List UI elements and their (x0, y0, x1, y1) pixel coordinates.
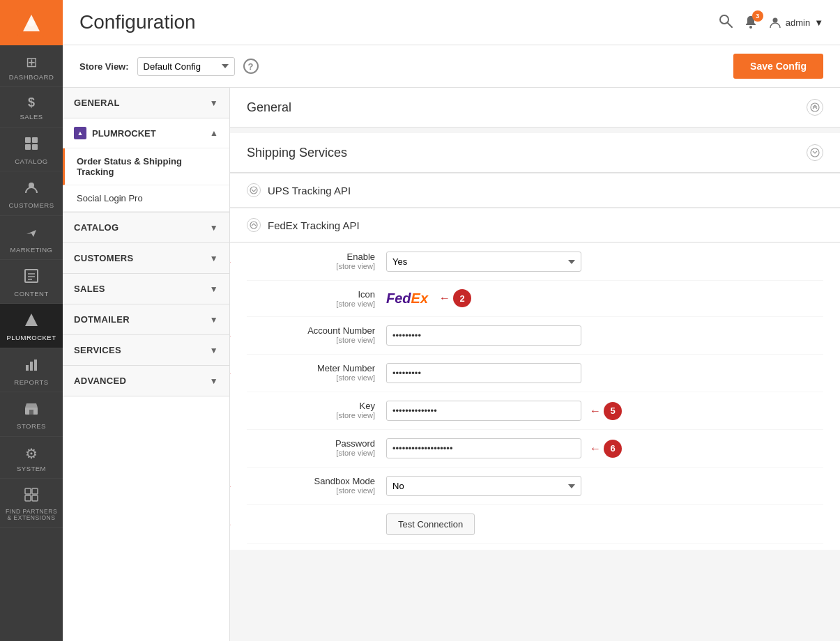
reports-icon (24, 357, 39, 376)
find-partners-icon (24, 487, 39, 506)
nav-section-catalog: CATALOG ▼ (63, 213, 229, 243)
fedex-collapse-toggle[interactable] (247, 218, 261, 232)
nav-section-advanced-label: ADVANCED (74, 376, 126, 386)
sandbox-mode-row: 7 → Sandbox Mode [store view] No Yes (247, 468, 823, 505)
svg-rect-20 (32, 495, 38, 501)
svg-point-27 (250, 187, 257, 194)
enable-select[interactable]: Yes No (386, 252, 581, 272)
key-sub-label: [store view] (247, 411, 375, 419)
sidebar-item-customers[interactable]: CUSTOMERS (0, 171, 63, 215)
chevron-down-icon: ▼ (210, 254, 218, 263)
ups-tracking-header[interactable]: UPS Tracking API (230, 173, 840, 208)
system-icon: ⚙ (25, 445, 38, 462)
nav-section-customers-label: CUSTOMERS (74, 253, 134, 263)
sidebar-item-label: CUSTOMERS (8, 201, 54, 209)
svg-rect-5 (32, 144, 38, 150)
sidebar-item-label: CONTENT (14, 290, 48, 298)
enable-row: 1 → Enable [store view] Yes No (247, 243, 823, 281)
fedex-tracking-header[interactable]: FedEx Tracking API (230, 208, 840, 242)
enable-label-col: Enable [store view] (247, 252, 386, 270)
nav-section-sales-header[interactable]: SALES ▼ (63, 274, 229, 304)
password-label: Password (335, 438, 375, 449)
sidebar-item-stores[interactable]: STORES (0, 392, 63, 436)
meter-number-input[interactable] (386, 363, 581, 383)
icon-label: Icon (358, 289, 375, 300)
sidebar-item-system[interactable]: ⚙ SYSTEM (0, 437, 63, 479)
step-6-badge: 6 (604, 440, 622, 458)
store-view-select[interactable]: Default Config (137, 57, 235, 76)
general-collapse-button[interactable] (807, 99, 823, 116)
nav-section-general-header[interactable]: GENERAL ▼ (63, 88, 229, 118)
config-panel: General Shipping Services (230, 88, 840, 641)
account-number-input[interactable] (386, 325, 581, 346)
sidebar-item-label: REPORTS (14, 378, 48, 386)
ups-collapse-toggle[interactable] (247, 183, 261, 197)
step-7-arrow: → (230, 480, 233, 493)
chevron-down-icon: ▼ (210, 346, 218, 355)
svg-point-25 (811, 103, 819, 111)
svg-rect-17 (25, 488, 31, 494)
account-number-label: Account Number (307, 325, 375, 336)
fedex-fe-text: Fed (386, 291, 411, 307)
fedex-tracking-section: FedEx Tracking API 1 → Enable (230, 208, 840, 550)
nav-section-services-label: SERVICES (74, 345, 121, 355)
nav-section-advanced: ADVANCED ▼ (63, 366, 229, 396)
notifications-bell[interactable]: 3 (744, 15, 758, 31)
store-view-left: Store View: Default Config ? (79, 57, 259, 76)
sidebar-item-reports[interactable]: REPORTS (0, 348, 63, 392)
content-area: GENERAL ▼ ▲ PLUMROCKET ▲ Order Status (63, 88, 840, 641)
save-config-button[interactable]: Save Config (733, 54, 823, 79)
step-8-arrow: → (230, 518, 233, 531)
sidebar-logo[interactable] (0, 0, 63, 45)
svg-rect-12 (26, 365, 29, 371)
svg-rect-19 (25, 495, 31, 501)
chevron-down-icon: ▼ (210, 376, 218, 386)
general-section-header: General (230, 88, 840, 128)
chevron-down-icon: ▼ (210, 315, 218, 325)
test-connection-row: 8 → Test Connection (247, 505, 823, 544)
header-actions: 3 admin ▼ (719, 14, 823, 31)
nav-section-catalog-header[interactable]: CATALOG ▼ (63, 213, 229, 242)
step-3-arrow: → (230, 330, 233, 342)
nav-section-advanced-header[interactable]: ADVANCED ▼ (63, 366, 229, 396)
search-icon[interactable] (719, 14, 733, 31)
plumrocket-nav-icon: ▲ (74, 127, 86, 139)
ups-tracking-title: UPS Tracking API (268, 185, 351, 196)
header: Configuration 3 admin ▼ (63, 0, 840, 45)
nav-section-customers-header[interactable]: CUSTOMERS ▼ (63, 243, 229, 273)
key-label: Key (360, 401, 375, 411)
sales-icon: $ (28, 95, 35, 110)
sidebar-item-find-partners[interactable]: FIND PARTNERS & EXTENSIONS (0, 479, 63, 528)
sidebar-item-marketing[interactable]: MARKETING (0, 216, 63, 260)
nav-section-plumrocket-header[interactable]: ▲ PLUMROCKET ▲ (63, 118, 229, 148)
sandbox-mode-select[interactable]: No Yes (386, 476, 581, 496)
key-input[interactable] (386, 401, 581, 421)
nav-section-services-header[interactable]: SERVICES ▼ (63, 335, 229, 365)
password-input[interactable] (386, 438, 581, 458)
sidebar-item-label: FIND PARTNERS & EXTENSIONS (3, 509, 60, 522)
svg-rect-3 (32, 137, 38, 143)
catalog-icon (24, 136, 39, 155)
nav-section-dotmailer-header[interactable]: DOTMAILER ▼ (63, 304, 229, 334)
shipping-services-collapse-button[interactable] (807, 144, 823, 161)
account-number-row: 3 → Account Number [store view] (247, 317, 823, 355)
sidebar-item-sales[interactable]: $ SALES (0, 87, 63, 127)
svg-point-21 (720, 15, 728, 24)
user-menu[interactable]: admin ▼ (769, 16, 823, 29)
sidebar-item-content[interactable]: CONTENT (0, 260, 63, 304)
nav-item-social-login[interactable]: Social Login Pro (63, 185, 229, 212)
sidebar-item-plumrocket[interactable]: PLUMROCKET (0, 304, 63, 348)
sidebar-item-catalog[interactable]: CATALOG (0, 128, 63, 171)
svg-rect-4 (25, 144, 31, 150)
step-8-indicator: 8 → (230, 516, 236, 534)
sidebar-item-dashboard[interactable]: ⊞ DASHBOARD (0, 45, 63, 87)
nav-item-order-status[interactable]: Order Status & Shipping Tracking (63, 148, 229, 185)
test-connection-button[interactable]: Test Connection (386, 513, 475, 535)
sidebar-item-label: PLUMROCKET (7, 334, 56, 341)
sidebar-item-label: STORES (17, 422, 46, 430)
account-number-label-col: Account Number [store view] (247, 325, 386, 344)
nav-section-sales-label: SALES (74, 284, 105, 294)
help-icon[interactable]: ? (243, 59, 259, 74)
meter-number-label-col: Meter Number [store view] (247, 363, 386, 382)
step-6-indicator: ← 6 (590, 440, 622, 458)
